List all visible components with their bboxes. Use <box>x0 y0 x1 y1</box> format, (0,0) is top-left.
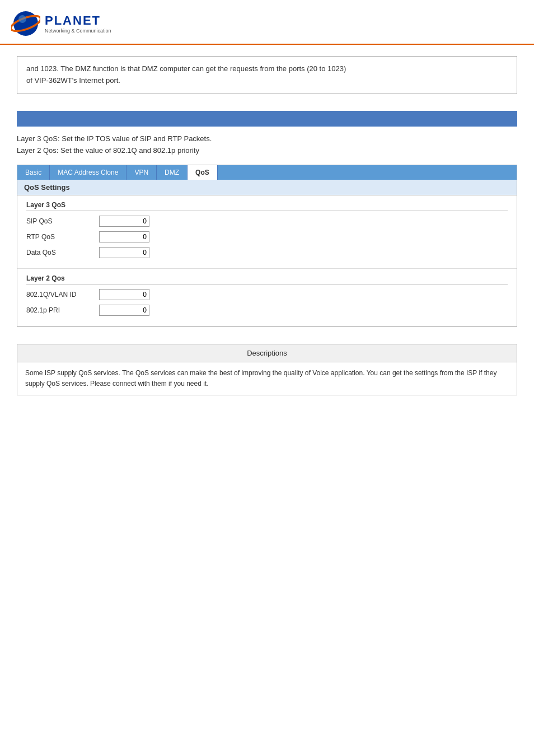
vlan-id-row: 802.1Q/VLAN ID <box>26 289 508 300</box>
data-qos-row: Data QoS <box>26 247 508 258</box>
pri-row: 802.1p PRI <box>26 305 508 316</box>
blue-banner <box>17 111 517 127</box>
desc-line-1: Layer 3 QoS: Set the IP TOS value of SIP… <box>17 134 517 143</box>
pri-input[interactable] <box>99 305 149 316</box>
desc-table-content: Some ISP supply QoS services. The QoS se… <box>17 362 517 395</box>
sip-qos-row: SIP QoS <box>26 216 508 227</box>
info-box: and 1023. The DMZ function is that DMZ c… <box>17 56 517 94</box>
rtp-qos-label: RTP QoS <box>26 233 99 241</box>
data-qos-label: Data QoS <box>26 249 99 256</box>
sip-qos-input[interactable] <box>99 216 149 227</box>
layer3-title: Layer 3 QoS <box>26 201 508 211</box>
rtp-qos-input[interactable] <box>99 231 149 242</box>
desc-line-2: Layer 2 Qos: Set the value of 802.1Q and… <box>17 146 517 155</box>
pri-label: 802.1p PRI <box>26 306 99 314</box>
qos-section-header: QoS Settings <box>17 180 517 195</box>
logo-container: PLANET Networking & Communication <box>11 9 523 38</box>
vlan-id-label: 802.1Q/VLAN ID <box>26 291 99 298</box>
logo-planet-label: PLANET <box>45 13 111 28</box>
tab-basic[interactable]: Basic <box>17 165 50 180</box>
page-header: PLANET Networking & Communication <box>0 0 534 45</box>
main-content: and 1023. The DMZ function is that DMZ c… <box>0 45 534 407</box>
info-line2: of VIP-362WT's Internet port. <box>26 75 508 87</box>
desc-table-header: Descriptions <box>17 344 517 362</box>
tab-qos[interactable]: QoS <box>188 165 218 180</box>
tab-row: Basic MAC Address Clone VPN DMZ QoS <box>17 165 517 180</box>
layer2-title: Layer 2 Qos <box>26 274 508 284</box>
tab-mac-address-clone[interactable]: MAC Address Clone <box>50 165 127 180</box>
rtp-qos-row: RTP QoS <box>26 231 508 242</box>
data-qos-input[interactable] <box>99 247 149 258</box>
logo-sub-label: Networking & Communication <box>45 28 111 34</box>
svg-point-0 <box>13 11 38 36</box>
qos-settings-panel: QoS Settings Layer 3 QoS SIP QoS RTP QoS… <box>17 180 517 326</box>
descriptions-table: Descriptions Some ISP supply QoS service… <box>17 344 517 395</box>
layer2-section: Layer 2 Qos 802.1Q/VLAN ID 802.1p PRI <box>17 269 517 326</box>
info-line1: and 1023. The DMZ function is that DMZ c… <box>26 63 508 75</box>
sip-qos-label: SIP QoS <box>26 217 99 225</box>
tab-dmz[interactable]: DMZ <box>157 165 188 180</box>
layer3-section: Layer 3 QoS SIP QoS RTP QoS Data QoS <box>17 195 517 269</box>
vlan-id-input[interactable] <box>99 289 149 300</box>
tab-vpn[interactable]: VPN <box>127 165 157 180</box>
svg-point-2 <box>18 15 26 23</box>
tabs-panel: Basic MAC Address Clone VPN DMZ QoS QoS … <box>17 165 517 327</box>
planet-logo-icon <box>11 9 40 38</box>
logo-text: PLANET Networking & Communication <box>45 13 111 34</box>
